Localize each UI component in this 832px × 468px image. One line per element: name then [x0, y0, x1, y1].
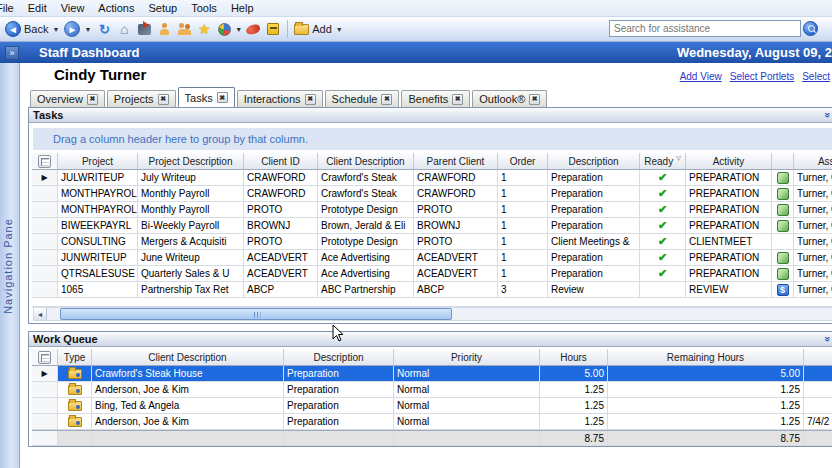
cell[interactable]: ACEADVERT	[244, 266, 318, 281]
cell[interactable]: Turner, Cin	[794, 170, 832, 185]
search-icon[interactable]	[803, 21, 818, 36]
tab-outlook[interactable]: Outlook®✖	[472, 90, 547, 107]
row-selector-cell[interactable]	[32, 250, 58, 265]
cell[interactable]: 7/4/2	[804, 414, 832, 429]
cell[interactable]: 1.25	[608, 398, 804, 413]
column-header-client-description[interactable]: Client Description	[318, 153, 414, 169]
cell[interactable]: ACEADVERT	[244, 250, 318, 265]
cell[interactable]: 1.25	[540, 414, 608, 429]
tab-schedule[interactable]: Schedule✖	[325, 90, 400, 107]
reports-icon[interactable]	[135, 21, 153, 38]
cell[interactable]	[804, 366, 832, 381]
cell[interactable]: 1	[498, 186, 548, 201]
cell[interactable]	[58, 366, 92, 381]
cell[interactable]: Turner, Cin	[794, 218, 832, 233]
cell[interactable]: CRAWFORD	[244, 186, 318, 201]
add-button[interactable]: Add ▼	[292, 19, 346, 40]
table-row[interactable]: Anderson, Joe & KimPreparationNormal1.25…	[32, 414, 832, 430]
nav-expand-button[interactable]: »	[5, 46, 19, 60]
cell[interactable]: 8.75	[608, 431, 804, 445]
cell[interactable]: 1.25	[540, 398, 608, 413]
cell[interactable]: JUNWRITEUP	[58, 250, 138, 265]
cell[interactable]: ABC Partnership	[318, 282, 414, 297]
column-header-remaining-hours[interactable]: Remaining Hours	[608, 349, 804, 365]
cell[interactable]	[284, 431, 394, 445]
chart-icon[interactable]	[215, 21, 233, 38]
cell[interactable]: PREPARATION	[686, 218, 772, 233]
cell[interactable]: Normal	[394, 366, 540, 381]
link-select[interactable]: Select	[802, 71, 830, 82]
cell[interactable]: 5.00	[608, 366, 804, 381]
tasks-panel-header[interactable]: Tasks »	[29, 108, 832, 123]
cell[interactable]: 1.25	[540, 382, 608, 397]
column-header-blank[interactable]	[772, 153, 794, 169]
table-row[interactable]: BIWEEKPAYRLBi-Weekly PayrollBROWNJBrown,…	[32, 218, 832, 234]
cell[interactable]: Anderson, Joe & Kim	[92, 414, 284, 429]
cell[interactable]: 1	[498, 250, 548, 265]
cell[interactable]: 1	[498, 202, 548, 217]
cell[interactable]: CLIENTMEET	[686, 234, 772, 249]
panel-collapse-icon[interactable]: »	[823, 112, 831, 118]
tab-tasks[interactable]: Tasks✖	[178, 87, 235, 107]
cell[interactable]	[772, 266, 794, 281]
cell[interactable]: PREPARATION	[686, 266, 772, 281]
cell[interactable]: 1	[498, 170, 548, 185]
cell[interactable]: Normal	[394, 414, 540, 429]
column-header-project-description[interactable]: Project Description	[138, 153, 244, 169]
scrollbar-thumb[interactable]	[60, 308, 452, 320]
column-header-ready[interactable]: Ready▽	[640, 153, 686, 169]
column-header-activity[interactable]: Activity	[686, 153, 772, 169]
cell[interactable]	[92, 431, 284, 445]
home-icon[interactable]: ⌂	[115, 21, 133, 38]
cell[interactable]: PROTO	[414, 202, 498, 217]
table-row[interactable]: QTRSALESUSEQuarterly Sales & UACEADVERTA…	[32, 266, 832, 282]
sync-icon[interactable]: ↻	[95, 21, 113, 38]
tab-close-icon[interactable]: ✖	[217, 92, 228, 103]
forward-button[interactable]: ► ▼	[62, 19, 94, 40]
menu-item-setup[interactable]: Setup	[141, 1, 184, 15]
cell[interactable]: Anderson, Joe & Kim	[92, 382, 284, 397]
row-selector-cell[interactable]	[32, 186, 58, 201]
column-header-parent-client[interactable]: Parent Client	[414, 153, 498, 169]
cell[interactable]: REVIEW	[686, 282, 772, 297]
cell[interactable]: Mergers & Acquisiti	[138, 234, 244, 249]
select-all-icon[interactable]	[38, 155, 51, 168]
cell[interactable]: Monthly Payroll	[138, 202, 244, 217]
cell[interactable]: Turner, Cin	[794, 266, 832, 281]
cell[interactable]: MONTHPAYROL	[58, 186, 138, 201]
tasks-horizontal-scrollbar[interactable]: ◄ ►	[33, 307, 832, 321]
cell[interactable]: PREPARATION	[686, 186, 772, 201]
column-header-order[interactable]: Order	[498, 153, 548, 169]
cell[interactable]: 1	[498, 234, 548, 249]
row-selector-cell[interactable]: ▶	[32, 366, 58, 381]
search-input[interactable]	[609, 20, 801, 37]
cell[interactable]: Review	[548, 282, 640, 297]
cell[interactable]: Partnership Tax Ret	[138, 282, 244, 297]
cell[interactable]: PROTO	[414, 234, 498, 249]
tab-close-icon[interactable]: ✖	[305, 94, 316, 105]
cell[interactable]: Preparation	[548, 202, 640, 217]
chart-dropdown-icon[interactable]: ▼	[235, 26, 242, 33]
group-by-bar[interactable]: Drag a column header here to group by th…	[33, 128, 832, 150]
cell[interactable]: ABCP	[414, 282, 498, 297]
cell[interactable]: Monthly Payroll	[138, 186, 244, 201]
navigation-pane[interactable]: Navigation Pane	[0, 63, 20, 468]
add-dropdown-icon[interactable]: ▼	[336, 26, 343, 33]
cell[interactable]	[58, 431, 92, 445]
table-row[interactable]: ▶JULWRITEUPJuly WriteupCRAWFORDCrawford'…	[32, 170, 832, 186]
cell[interactable]: ABCP	[244, 282, 318, 297]
menu-item-actions[interactable]: Actions	[91, 1, 141, 15]
cell[interactable]: Preparation	[548, 218, 640, 233]
column-header-blank[interactable]	[804, 349, 832, 365]
cell[interactable]: ✔	[640, 218, 686, 233]
cell[interactable]	[58, 382, 92, 397]
cell[interactable]: Preparation	[548, 266, 640, 281]
cell[interactable]	[772, 170, 794, 185]
cell[interactable]: ✔	[640, 266, 686, 281]
summary-row[interactable]: 8.758.75	[32, 430, 832, 446]
cell[interactable]: CRAWFORD	[414, 186, 498, 201]
cell[interactable]	[772, 218, 794, 233]
panel-collapse-icon[interactable]: »	[823, 336, 831, 342]
cell[interactable]: BROWNJ	[414, 218, 498, 233]
cell[interactable]: Brown, Jerald & Eli	[318, 218, 414, 233]
